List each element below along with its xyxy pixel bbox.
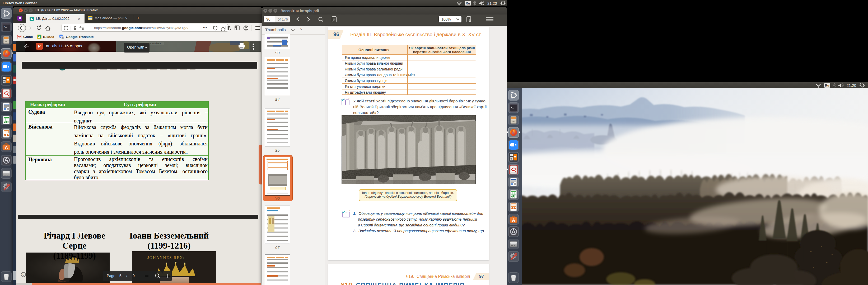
svg-text:文: 文	[62, 37, 64, 39]
svg-text:A: A	[5, 145, 8, 150]
svg-text:A: A	[512, 218, 515, 223]
svg-text:Ru: Ru	[466, 2, 470, 5]
svg-text:21:20: 21:20	[847, 83, 856, 87]
svg-text:>_: >_	[3, 25, 7, 28]
svg-text:Ru: Ru	[825, 84, 829, 87]
svg-text:21:20: 21:20	[487, 1, 497, 5]
svg-text:>_: >_	[510, 106, 514, 109]
